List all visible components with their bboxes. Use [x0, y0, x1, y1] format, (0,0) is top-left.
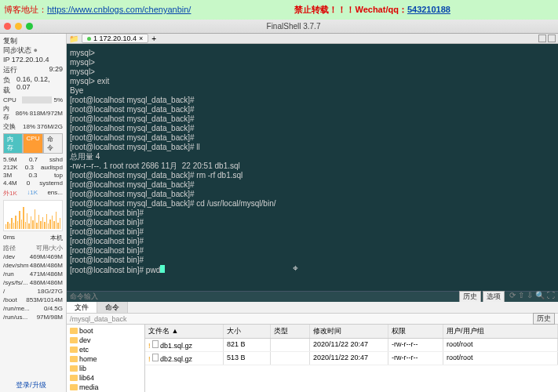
file-panel-tabs: 文件 命令 [67, 302, 558, 314]
tree-item[interactable]: home [68, 354, 143, 364]
download-icon[interactable]: ⇩ [527, 291, 533, 303]
system-monitor-sidebar: 复制 同步状态 ● IP 172.20.10.4 运行9:29 负载0.16, … [0, 34, 67, 392]
col-size[interactable]: 大小 [224, 325, 271, 338]
path-history-button[interactable]: 历史 [533, 313, 555, 325]
col-type[interactable]: 类型 [271, 325, 310, 338]
terminal[interactable]: ⌖ mysql>mysql>mysql>mysql> exitBye[root@… [67, 44, 558, 291]
network-chart [3, 200, 63, 231]
tree-item[interactable]: dev [68, 336, 143, 345]
minimize-icon[interactable] [15, 23, 22, 30]
cpu-usage: CPU5% [3, 96, 63, 103]
folder-tree[interactable]: bootdevetchomeliblib64mediamntmysql_data… [67, 325, 145, 392]
swap-usage: 交换18%376M/2G [3, 122, 63, 131]
tree-item[interactable]: etc [68, 345, 143, 354]
mem-usage: 内存86%818M/972M [3, 104, 63, 122]
tree-item[interactable]: media [68, 383, 143, 392]
monitor-tabs[interactable]: 内存 CPU 命令 [3, 133, 63, 154]
col-filename[interactable]: 文件名 ▲ [145, 325, 224, 338]
file-row[interactable]: ! db2.sql.gz513 B2020/11/22 20:47-rw-r--… [145, 352, 558, 365]
window-title: FinalShell 3.7.7 [33, 22, 554, 31]
file-row[interactable]: ! db1.sql.gz821 B2020/11/22 20:47-rw-r--… [145, 339, 558, 352]
expand-icon[interactable]: ⛶ [547, 291, 555, 303]
folder-icon[interactable]: 📁 [69, 34, 78, 43]
session-tabs: 📁 1 172.20.10.4 × + [67, 34, 558, 44]
sync-status: 同步状态 ● [3, 46, 63, 55]
tree-item[interactable]: lib [68, 364, 143, 373]
col-perm[interactable]: 权限 [388, 325, 443, 338]
file-table: 文件名 ▲ 大小 类型 修改时间 权限 用户/用户组 ! db1.sql.gz8… [145, 325, 558, 392]
path-bar[interactable]: /mysql_data_back 历史 [67, 314, 558, 325]
layout-grid-icon[interactable] [548, 34, 556, 42]
blog-link[interactable]: https://www.cnblogs.com/chenyanbin/ [47, 5, 191, 14]
refresh-icon[interactable]: ⟳ [509, 291, 516, 303]
status-dot-icon [87, 37, 91, 41]
login-upgrade-link[interactable]: 登录/升级 [16, 380, 46, 390]
command-input-placeholder: 命令输入 [70, 292, 98, 302]
history-button[interactable]: 历史 [459, 291, 481, 303]
search-icon[interactable]: 🔍 [535, 291, 545, 303]
tab-files[interactable]: 文件 [67, 302, 97, 313]
window-titlebar: FinalShell 3.7.7 [0, 20, 558, 34]
maximize-icon[interactable] [26, 23, 33, 30]
cursor-icon: ⌖ [293, 263, 298, 273]
col-date[interactable]: 修改时间 [310, 325, 388, 338]
layout-icon[interactable] [538, 34, 546, 42]
tree-item[interactable]: boot [68, 326, 143, 336]
tree-item[interactable]: lib64 [68, 373, 143, 383]
col-owner[interactable]: 用户/用户组 [443, 325, 558, 338]
tab-commands[interactable]: 命令 [97, 302, 128, 313]
watermark-banner: 博客地址：https://www.cnblogs.com/chenyanbin/… [0, 0, 558, 20]
ip-address: IP 172.20.10.4 [3, 56, 63, 64]
command-input-bar[interactable]: 命令输入 历史 选项 ⟳ ⇧ ⇩ 🔍 ⛶ [67, 291, 558, 302]
close-icon[interactable] [4, 23, 11, 30]
upload-icon[interactable]: ⇧ [518, 291, 524, 303]
session-tab[interactable]: 1 172.20.10.4 × [82, 34, 148, 43]
options-button[interactable]: 选项 [483, 291, 505, 303]
add-tab-icon[interactable]: + [151, 34, 156, 43]
